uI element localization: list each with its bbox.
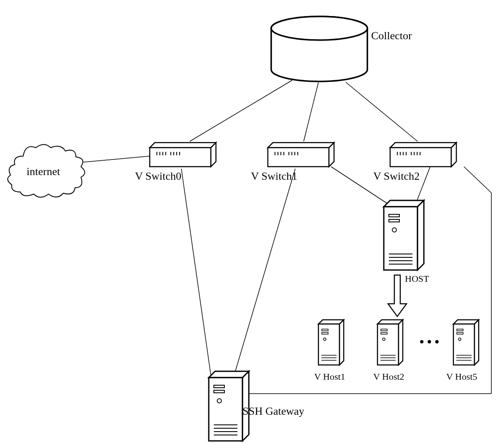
svg-point-1	[271, 16, 367, 40]
line-vswitch1-sshgateway	[234, 169, 295, 375]
line-collector-vswitch2	[346, 82, 418, 141]
line-vswitch2-route1	[464, 167, 491, 193]
vhost5-server-icon	[453, 320, 479, 365]
vhost2-server-icon	[377, 320, 403, 365]
diagram-canvas	[0, 0, 504, 443]
ellipsis-icon	[420, 340, 439, 343]
internet-label: internet	[27, 165, 60, 178]
vswitch0-icon	[150, 143, 216, 167]
line-internet-vswitch0	[80, 156, 150, 162]
vswitch0-label: V Switch0	[135, 170, 181, 183]
vswitch1-label: V Switch1	[251, 170, 297, 183]
vhost2-label: V Host2	[373, 371, 404, 382]
sshgateway-label: SSH Gateway	[243, 405, 305, 418]
vhost5-label: V Host5	[446, 371, 477, 382]
host-server-icon	[384, 200, 424, 270]
svg-point-53	[435, 340, 439, 343]
vhost1-label: V Host1	[314, 371, 345, 382]
collector-label: Collector	[371, 30, 412, 42]
vhost1-server-icon	[318, 320, 344, 365]
host-arrow-icon	[388, 275, 407, 316]
svg-point-52	[428, 340, 431, 343]
vswitch2-label: V Switch2	[373, 170, 420, 183]
line-vswitch0-sshgateway	[181, 169, 211, 375]
vswitch1-icon	[268, 143, 334, 167]
vswitch2-icon	[390, 143, 456, 167]
svg-point-51	[420, 340, 423, 343]
collector-icon	[271, 16, 367, 81]
line-collector-vswitch0	[190, 80, 292, 141]
line-collector-vswitch1	[304, 82, 318, 141]
host-label: HOST	[405, 273, 429, 284]
